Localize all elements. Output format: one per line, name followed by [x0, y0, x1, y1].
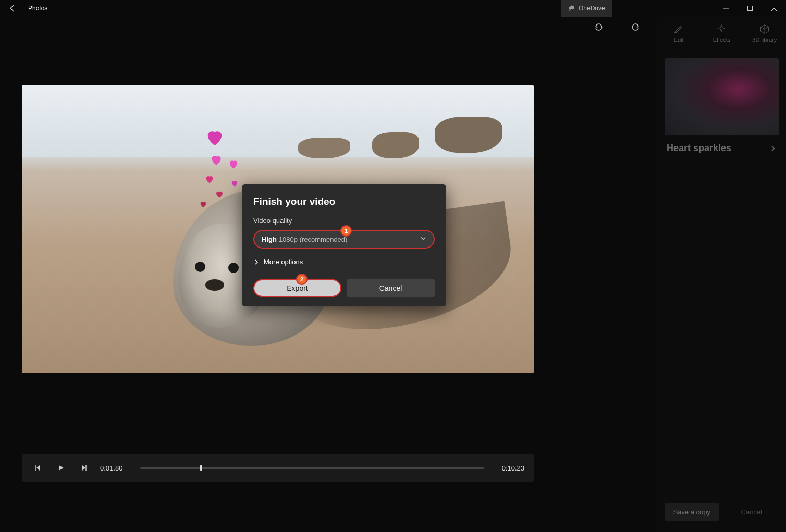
effect-row[interactable]: Heart sparkles [657, 141, 786, 156]
current-time: 0:01.80 [100, 464, 122, 472]
heart-icon [204, 174, 215, 184]
minimize-button[interactable] [714, 0, 738, 17]
dialog-title: Finish your video [253, 196, 435, 207]
redo-icon [631, 22, 641, 32]
arrow-left-icon [8, 4, 17, 13]
sidebar-tabs: Edit Effects 3D library [657, 17, 786, 50]
sparkle-icon [716, 24, 727, 34]
redo-button[interactable] [628, 19, 644, 35]
undo-icon [593, 22, 604, 32]
sidebar-footer: Save a copy Cancel [665, 503, 779, 521]
dialog-button-row: 2 Export Cancel [253, 279, 435, 297]
right-sidebar: Edit Effects 3D library Heart sparkles S… [657, 17, 786, 532]
close-button[interactable] [762, 0, 786, 17]
minimize-icon [723, 5, 729, 11]
cloud-off-icon [568, 5, 575, 12]
onedrive-tab[interactable]: OneDrive [561, 0, 612, 17]
chevron-right-icon [769, 145, 777, 152]
annotation-badge-2: 2 [296, 274, 308, 285]
dialog-cancel-button[interactable]: Cancel [347, 279, 435, 297]
pencil-icon [673, 24, 684, 34]
tab-3d-library[interactable]: 3D library [743, 17, 786, 50]
svg-rect-2 [748, 6, 753, 11]
close-icon [771, 5, 777, 11]
export-wrap: 2 Export [253, 279, 341, 297]
timeline-scrubber[interactable] [140, 467, 484, 469]
play-icon [57, 464, 65, 472]
finish-video-dialog: Finish your video Video quality 1 High 1… [242, 184, 446, 306]
chevron-down-icon [420, 236, 426, 243]
step-back-button[interactable] [31, 461, 45, 475]
undo-redo-group [590, 19, 644, 35]
tab-3d-label: 3D library [752, 36, 777, 43]
heart-icon [230, 179, 239, 188]
sidebar-cancel-button[interactable]: Cancel [724, 503, 779, 521]
quality-strong: High [262, 236, 277, 243]
heart-icon [204, 127, 225, 148]
quality-muted: 1080p (recommended) [279, 236, 348, 243]
tab-edit[interactable]: Edit [657, 17, 700, 50]
heart-icon [215, 190, 224, 199]
step-forward-button[interactable] [77, 461, 91, 475]
undo-button[interactable] [590, 19, 607, 35]
heart-icon [199, 200, 207, 208]
heart-icon [228, 158, 239, 170]
tab-effects[interactable]: Effects [700, 17, 743, 50]
more-options-toggle[interactable]: More options [253, 258, 435, 266]
save-copy-button[interactable]: Save a copy [665, 503, 719, 521]
maximize-icon [747, 5, 753, 11]
heart-icon [210, 153, 223, 167]
step-forward-icon [80, 464, 88, 472]
maximize-button[interactable] [738, 0, 762, 17]
quality-label: Video quality [253, 217, 435, 225]
app-title: Photos [28, 5, 47, 12]
playback-controls: 0:01.80 0:10.23 [22, 454, 534, 482]
cube-icon [759, 24, 770, 34]
chevron-right-icon [253, 259, 260, 265]
total-time: 0:10.23 [502, 464, 524, 472]
step-back-icon [34, 464, 42, 472]
effect-thumbnail[interactable] [665, 58, 779, 135]
back-button[interactable] [0, 0, 25, 17]
play-button[interactable] [54, 461, 68, 475]
quality-select[interactable]: 1 High 1080p (recommended) [253, 230, 435, 249]
editor-area: 0:01.80 0:10.23 Finish your video Video … [0, 17, 657, 532]
annotation-badge-1: 1 [340, 225, 352, 237]
more-options-label: More options [264, 258, 303, 266]
window-controls [714, 0, 786, 17]
tab-edit-label: Edit [674, 36, 684, 43]
effect-name: Heart sparkles [667, 143, 731, 154]
titlebar: Photos OneDrive [0, 0, 786, 17]
onedrive-label: OneDrive [579, 5, 605, 12]
tab-effects-label: Effects [713, 36, 730, 43]
